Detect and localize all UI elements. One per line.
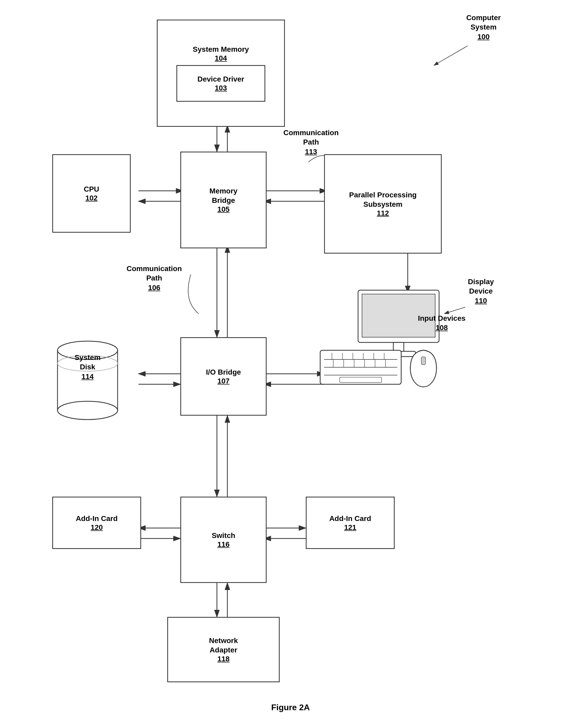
parallel-processing-box: Parallel ProcessingSubsystem 112 — [324, 154, 442, 254]
display-device-label: DisplayDevice 110 — [455, 277, 507, 306]
svg-line-28 — [444, 307, 465, 314]
cpu-box: CPU 102 — [52, 154, 131, 233]
computer-system-label: Computer System 100 — [457, 13, 510, 42]
keyboard — [319, 348, 402, 389]
svg-point-31 — [57, 401, 117, 420]
svg-rect-52 — [421, 357, 425, 365]
svg-line-23 — [434, 46, 468, 66]
input-devices-label: Input Devices 108 — [413, 314, 471, 333]
network-adapter-box: NetworkAdapter 118 — [167, 617, 280, 682]
add-in-card-120-box: Add-In Card 120 — [52, 497, 141, 549]
memory-bridge-box: MemoryBridge 105 — [180, 152, 267, 248]
switch-box: Switch 116 — [180, 497, 267, 583]
svg-rect-49 — [340, 377, 381, 383]
system-memory-box: System Memory 104 Device Driver 103 — [157, 20, 285, 127]
figure-caption: Figure 2A — [0, 703, 581, 712]
diagram-container: Computer System 100 System Memory 104 De… — [0, 0, 581, 728]
comm-path-106-label: CommunicationPath 106 — [120, 264, 188, 292]
comm-path-113-label: Communication Path 113 — [277, 128, 345, 157]
io-bridge-box: I/O Bridge 107 — [180, 337, 267, 416]
system-disk-label: SystemDisk 114 — [55, 353, 120, 381]
add-in-card-121-box: Add-In Card 121 — [306, 497, 395, 549]
device-driver-box: Device Driver 103 — [177, 65, 265, 102]
mouse — [408, 342, 439, 389]
